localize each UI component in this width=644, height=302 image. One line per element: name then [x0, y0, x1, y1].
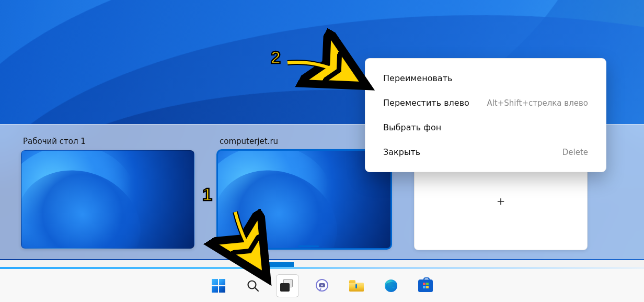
ctx-close[interactable]: Закрыть Delete: [369, 140, 603, 164]
desktop-context-menu: Переименовать Переместить влево Alt+Shif…: [365, 58, 606, 172]
selection-indicator: [298, 245, 319, 247]
annotation-arrow-1: [230, 209, 272, 277]
chat-icon: [315, 278, 329, 293]
ctx-shortcut: Delete: [562, 148, 588, 157]
plus-icon: ＋: [494, 193, 507, 209]
annotation-number-2: 2: [271, 47, 281, 68]
folder-icon: [349, 280, 364, 292]
edge-button[interactable]: [380, 274, 402, 297]
task-view-icon: [280, 279, 295, 293]
chat-button[interactable]: [310, 274, 334, 297]
search-icon: [246, 279, 260, 293]
store-icon: [418, 279, 433, 292]
file-explorer-button[interactable]: [345, 274, 368, 297]
edge-icon: [384, 278, 398, 293]
annotation-number-1: 1: [202, 184, 212, 205]
svg-point-4: [321, 284, 323, 286]
ctx-label: Переместить влево: [383, 98, 469, 108]
ctx-label: Закрыть: [383, 147, 420, 157]
search-button[interactable]: [242, 274, 264, 297]
store-button[interactable]: [414, 274, 437, 297]
virtual-desktop-card[interactable]: Рабочий стол 1: [21, 135, 203, 250]
virtual-desktop-title: Рабочий стол 1: [23, 137, 203, 146]
taskbar: [0, 269, 644, 302]
annotation-arrow-2: [282, 58, 366, 94]
ctx-move-left[interactable]: Переместить влево Alt+Shift+стрелка влев…: [369, 91, 603, 115]
ctx-choose-background[interactable]: Выбрать фон: [369, 115, 603, 140]
virtual-desktop-thumbnail[interactable]: [21, 150, 194, 249]
ctx-label: Переименовать: [383, 73, 452, 83]
svg-line-1: [255, 288, 258, 291]
ctx-shortcut: Alt+Shift+стрелка влево: [487, 98, 588, 108]
ctx-label: Выбрать фон: [383, 122, 441, 132]
ctx-rename[interactable]: Переименовать: [369, 66, 603, 91]
start-button[interactable]: [207, 274, 230, 297]
windows-logo-icon: [212, 279, 225, 293]
task-view-button[interactable]: [276, 274, 299, 297]
